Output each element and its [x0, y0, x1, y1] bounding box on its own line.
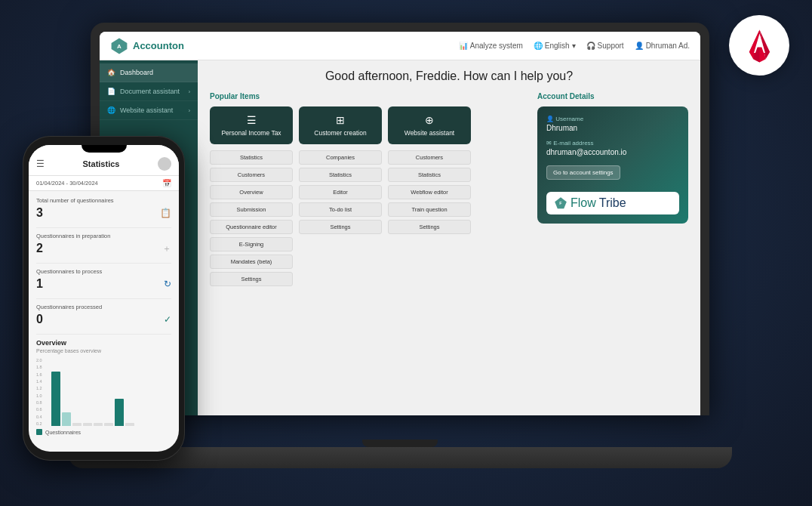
- bar-8: [125, 423, 134, 427]
- feature-card-customer-creation[interactable]: ⊞ Customer creation: [299, 106, 382, 144]
- sub-item-qeditor-1[interactable]: Questionnaire editor: [210, 220, 293, 234]
- account-details-section: Account Details 👤 Username Dhruman ✉: [537, 92, 688, 286]
- bar-6: [104, 423, 113, 427]
- navbar-logo: A Accounton: [110, 37, 184, 55]
- list-icon: ☰: [247, 114, 257, 126]
- stat-total-value: 3: [36, 206, 43, 220]
- chart-icon: 📊: [459, 42, 468, 50]
- laptop-notch: [362, 440, 438, 447]
- language-label: English: [545, 42, 570, 50]
- app-body: 🏠 Dashboard 📄 Document assistant › 🌐 Web…: [100, 60, 700, 415]
- phone-date-bar: 01/04/2024 - 30/04/2024 📅: [29, 176, 179, 191]
- sub-item-statistics-2[interactable]: Statistics: [299, 168, 382, 182]
- chevron-right-icon: ›: [189, 89, 190, 94]
- phone-date-range: 01/04/2024 - 30/04/2024: [36, 180, 98, 187]
- account-card: 👤 Username Dhruman ✉ E-mail address dhru…: [537, 106, 688, 224]
- stat-processed-label: Questionnaires processed: [36, 304, 171, 310]
- stat-process-value-row: 1 ↻: [36, 277, 171, 291]
- stat-total-value-row: 3 📋: [36, 206, 171, 220]
- sub-item-esigning-1[interactable]: E-Signing: [210, 237, 293, 251]
- sub-menu-col-1: Statistics Customers Overview Submission…: [210, 150, 293, 286]
- sub-menu-col-2: Companies Statistics Editor To-do list S…: [299, 150, 382, 286]
- app-container: A Accounton 📊 Analyze system 🌐 English ▾: [100, 32, 700, 415]
- sub-item-train-3[interactable]: Train question: [388, 202, 471, 217]
- phone-chart: 2.0 1.8 1.6 1.4 1.2 1.0 0.8 0.6 0.4 0.2: [36, 358, 171, 426]
- sub-item-todo-2[interactable]: To-do list: [299, 202, 382, 217]
- sub-item-editor-2[interactable]: Editor: [299, 185, 382, 199]
- username-value: Dhruman: [546, 124, 679, 132]
- web-icon: ⊕: [425, 114, 434, 126]
- sub-item-companies-2[interactable]: Companies: [299, 150, 382, 165]
- stat-row-processed: Questionnaires processed 0 ✓: [36, 304, 171, 326]
- bar-3: [72, 423, 82, 427]
- user-menu[interactable]: 👤 Dhruman Ad.: [635, 42, 690, 50]
- globe-icon: 🌐: [534, 42, 543, 50]
- legend-color-box: [36, 429, 42, 435]
- sub-item-settings-2[interactable]: Settings: [299, 220, 382, 234]
- sub-item-statistics-3[interactable]: Statistics: [388, 168, 471, 182]
- bar-7: [115, 399, 124, 426]
- accounton-logo-icon: A: [110, 37, 128, 55]
- support-button[interactable]: 🎧 Support: [586, 42, 624, 50]
- sidebar-document-label: Document assistant: [120, 88, 180, 95]
- phone-outer: ☰ Statistics 01/04/2024 - 30/04/2024 📅 T…: [23, 136, 185, 461]
- user-field-icon: 👤: [546, 116, 554, 122]
- flowtribe-tribe-text: Tribe: [599, 196, 626, 210]
- flowtribe-icon: F: [554, 196, 567, 210]
- email-value: dhruman@accounton.io: [546, 148, 679, 156]
- popular-items-title: Popular Items: [210, 92, 527, 100]
- website-assistant-label: Website assistant: [404, 129, 454, 137]
- sidebar-item-website[interactable]: 🌐 Website assistant ›: [100, 101, 198, 120]
- laptop-screen: A Accounton 📊 Analyze system 🌐 English ▾: [100, 32, 700, 415]
- chart-y-labels: 2.0 1.8 1.6 1.4 1.2 1.0 0.8 0.6 0.4 0.2: [36, 358, 42, 426]
- email-label: ✉ E-mail address: [546, 140, 679, 147]
- bar-2: [62, 412, 71, 426]
- divider-2: [36, 263, 171, 264]
- stat-total-label: Total number of questionnaires: [36, 197, 171, 204]
- stat-processed-value-row: 0 ✓: [36, 313, 171, 326]
- plus-icon: ＋: [162, 242, 171, 255]
- stat-prep-label: Questionnaires in preparation: [36, 233, 171, 239]
- sub-item-overview-1[interactable]: Overview: [210, 185, 293, 199]
- greeting-text: Good afternoon, Freddie. How can I help …: [210, 69, 688, 83]
- sidebar-item-dashboard[interactable]: 🏠 Dashboard: [100, 63, 198, 82]
- stat-prep-value: 2: [36, 242, 43, 255]
- stat-process-value: 1: [36, 277, 43, 291]
- refresh-icon: ↻: [164, 279, 171, 289]
- sidebar-item-document[interactable]: 📄 Document assistant ›: [100, 82, 198, 101]
- feature-card-website-assistant[interactable]: ⊕ Website assistant: [388, 106, 471, 144]
- content-grid: Popular Items ☰ Personal Income Tax ⊞: [210, 92, 688, 286]
- navbar-logo-text: Accounton: [133, 40, 184, 51]
- language-selector[interactable]: 🌐 English ▾: [534, 42, 576, 50]
- sub-menu-col-3: Customers Statistics Webflow editor Trai…: [388, 150, 471, 286]
- calendar-icon[interactable]: 📅: [162, 179, 171, 187]
- chevron-right-icon-2: ›: [189, 108, 190, 113]
- sub-item-submission-1[interactable]: Submission: [210, 202, 293, 217]
- popular-items-section: Popular Items ☰ Personal Income Tax ⊞: [210, 92, 527, 286]
- headset-icon: 🎧: [586, 42, 595, 50]
- hamburger-icon[interactable]: ☰: [36, 159, 45, 169]
- chart-bars: [51, 358, 171, 426]
- sub-item-customers-3[interactable]: Customers: [388, 150, 471, 165]
- bar-4: [83, 423, 92, 427]
- sub-item-settings-1[interactable]: Settings: [210, 272, 293, 286]
- user-name: Dhruman Ad.: [646, 42, 690, 50]
- analyze-system-label: Analyze system: [470, 42, 523, 50]
- sub-item-statistics-1[interactable]: Statistics: [210, 150, 293, 165]
- sub-item-settings-3[interactable]: Settings: [388, 220, 471, 234]
- sub-item-webflow-3[interactable]: Webflow editor: [388, 185, 471, 199]
- feature-card-income-tax[interactable]: ☰ Personal Income Tax: [210, 106, 293, 144]
- document-icon: 📄: [107, 88, 115, 95]
- divider-4: [36, 334, 171, 335]
- sub-item-mandates-1[interactable]: Mandates (beta): [210, 255, 293, 269]
- phone-screen: ☰ Statistics 01/04/2024 - 30/04/2024 📅 T…: [29, 145, 179, 452]
- account-settings-button[interactable]: Go to account settings: [546, 165, 620, 180]
- sidebar-dashboard-label: Dashboard: [120, 69, 153, 76]
- income-tax-label: Personal Income Tax: [221, 129, 281, 137]
- svg-text:A: A: [117, 43, 121, 50]
- user-icon: 👤: [635, 42, 644, 50]
- username-label: 👤 Username: [546, 116, 679, 122]
- analyze-system-button[interactable]: 📊 Analyze system: [459, 42, 523, 50]
- stat-processed-value: 0: [36, 313, 43, 326]
- sub-item-customers-1[interactable]: Customers: [210, 168, 293, 182]
